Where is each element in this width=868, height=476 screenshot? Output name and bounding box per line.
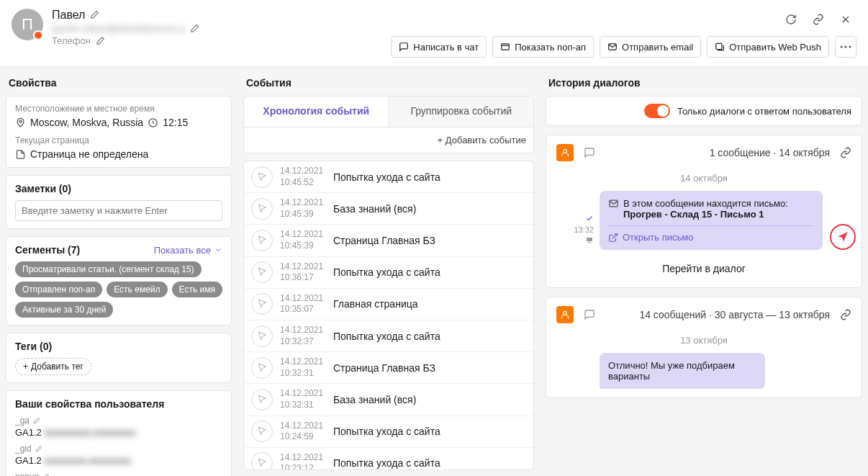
- event-title: Попытка ухода с сайта: [333, 266, 440, 278]
- user-prop-key: _ga: [15, 416, 222, 426]
- message-box: Отлично! Мы уже подбираем варианты: [600, 353, 765, 389]
- event-title: Главная страница: [333, 298, 418, 310]
- open-letter-button[interactable]: Открыть письмо: [608, 232, 814, 243]
- user-email: paveln.nakov@blackdiamond.ru: [52, 23, 185, 34]
- edit-email-icon[interactable]: [189, 24, 199, 34]
- message-title: Прогрев - Склад 15 - Письмо 1: [623, 209, 764, 220]
- go-to-dialog-button[interactable]: Перейти в диалог: [556, 263, 851, 274]
- send-webpush-label: Отправить Web Push: [729, 42, 821, 53]
- svg-point-5: [849, 46, 851, 48]
- svg-point-6: [19, 120, 22, 122]
- event-time: 14.12.202110:32:31: [280, 388, 326, 410]
- event-time: 14.12.202110:36:17: [280, 261, 326, 284]
- dialog-thread: 1 сообщение · 14 октября 14 октября 13:3…: [546, 135, 862, 288]
- segment-pill[interactable]: Есть емейл: [107, 282, 167, 297]
- segment-pill[interactable]: Отправлен поп-ап: [15, 282, 102, 297]
- send-email-label: Отправить email: [622, 42, 693, 53]
- user-prop-row: popup: [15, 472, 222, 476]
- event-row[interactable]: 14.12.202110:23:12Попытка ухода с сайта: [244, 448, 533, 470]
- location-label: Местоположение и местное время: [15, 104, 222, 114]
- cursor-icon: [251, 166, 273, 188]
- user-prop-val: GA1.2 xxxxxxxxx.xxxxxxxxx: [15, 455, 222, 466]
- refresh-icon[interactable]: [780, 9, 802, 30]
- event-title: Попытка ухода с сайта: [333, 331, 440, 342]
- dialog-date-divider: 13 октября: [556, 335, 851, 346]
- show-popup-button[interactable]: Показать поп-ап: [492, 36, 594, 58]
- edit-name-icon[interactable]: [89, 10, 99, 20]
- message-box: 13:32 В этом сообщении находится письмо:…: [600, 191, 823, 250]
- event-row[interactable]: 14.12.202110:32:37Попытка ухода с сайта: [244, 320, 533, 352]
- edit-icon[interactable]: [35, 445, 42, 453]
- event-row[interactable]: 14.12.202110:45:39Страница Главная БЗ: [244, 225, 533, 256]
- svg-rect-10: [588, 242, 591, 243]
- edit-phone-icon[interactable]: [95, 36, 105, 46]
- user-phone: Телефон: [52, 35, 91, 46]
- cursor-icon: [251, 357, 273, 379]
- pin-icon: [15, 117, 26, 128]
- event-row[interactable]: 14.12.202110:32:31База знаний (вся): [244, 384, 533, 416]
- segments-card: Сегменты (7) Показать все Просматривали …: [6, 236, 232, 325]
- event-row[interactable]: 14.12.202110:45:52Попытка ухода с сайта: [244, 161, 533, 193]
- dialogs-filter-row: Только диалоги с ответом пользователя: [546, 96, 862, 126]
- segments-show-all[interactable]: Показать все: [154, 245, 222, 256]
- user-prop-val: GA1.2 xxxxxxxxxx.xxxxxxxxx: [15, 427, 222, 438]
- cursor-icon: [251, 198, 273, 220]
- event-time: 14.12.202110:45:39: [280, 197, 326, 220]
- svg-point-3: [841, 46, 843, 48]
- location-card: Местоположение и местное время Moscow, M…: [6, 96, 232, 168]
- segment-pill[interactable]: Активные за 30 дней: [15, 302, 113, 318]
- more-icon[interactable]: [835, 36, 856, 58]
- cursor-icon: [251, 261, 273, 283]
- link-icon[interactable]: [808, 9, 829, 30]
- properties-column: Свойства Местоположение и местное время …: [0, 67, 238, 476]
- event-row[interactable]: 14.12.202110:24:59Попытка ухода с сайта: [244, 416, 533, 448]
- dialog-thread: 14 сообщений · 30 августа — 13 октября 1…: [546, 297, 862, 398]
- close-icon[interactable]: [835, 9, 856, 30]
- event-row[interactable]: 14.12.202110:35:07Главная страница: [244, 289, 533, 320]
- dialog-link-icon[interactable]: [840, 147, 851, 158]
- event-row[interactable]: 14.12.202110:32:31Страница Главная БЗ: [244, 352, 533, 384]
- message-send-icon: [830, 224, 856, 250]
- channel-icon: [556, 306, 574, 323]
- segment-pill[interactable]: Просматривали статьи. (сегмент склад 15): [15, 261, 202, 277]
- tab-timeline[interactable]: Хронология событий: [244, 96, 389, 127]
- send-email-button[interactable]: Отправить email: [600, 36, 701, 58]
- cursor-icon: [251, 389, 273, 410]
- add-tag-button[interactable]: + Добавить тег: [15, 358, 91, 375]
- event-time: 14.12.202110:45:39: [280, 229, 326, 251]
- write-chat-button[interactable]: Написать в чат: [391, 36, 487, 58]
- event-time: 14.12.202110:24:59: [280, 421, 326, 443]
- notes-input[interactable]: [15, 200, 222, 221]
- tab-group[interactable]: Группировка событий: [389, 96, 534, 127]
- events-tabs: Хронология событий Группировка событий: [243, 96, 534, 127]
- chat-type-icon: [581, 306, 598, 323]
- segment-pill[interactable]: Есть имя: [172, 282, 222, 297]
- cursor-icon: [251, 230, 273, 251]
- header-right: Написать в чат Показать поп-ап Отправить…: [391, 9, 856, 58]
- edit-icon[interactable]: [42, 473, 50, 477]
- notes-card: Заметки (0): [6, 175, 232, 229]
- event-title: Попытка ухода с сайта: [333, 171, 440, 183]
- avatar[interactable]: П: [12, 9, 43, 40]
- location-value: Moscow, Moskva, Russia: [30, 117, 143, 128]
- user-name: Павел: [52, 9, 85, 22]
- svg-point-8: [564, 149, 567, 153]
- add-event-bar: + Добавить событие: [243, 127, 534, 153]
- event-row[interactable]: 14.12.202110:45:39База знаний (вся): [244, 193, 533, 225]
- svg-rect-9: [587, 238, 592, 241]
- email-row: paveln.nakov@blackdiamond.ru: [52, 23, 199, 34]
- event-title: Страница Главная БЗ: [333, 235, 435, 246]
- show-popup-label: Показать поп-ап: [515, 42, 586, 53]
- event-row[interactable]: 14.12.202110:36:17Попытка ухода с сайта: [244, 257, 533, 289]
- user-props-title: Ваши свойства пользователя: [15, 398, 222, 410]
- edit-icon[interactable]: [32, 417, 40, 425]
- events-timeline[interactable]: 14.12.202110:45:52Попытка ухода с сайта1…: [243, 161, 534, 470]
- send-webpush-button[interactable]: Отправить Web Push: [707, 36, 829, 58]
- dialog-link-icon[interactable]: [840, 309, 851, 320]
- add-event-button[interactable]: + Добавить событие: [438, 135, 526, 145]
- header-left: П Павел paveln.nakov@blackdiamond.ru Тел…: [12, 9, 199, 46]
- dialogs-filter-toggle[interactable]: [644, 104, 670, 118]
- svg-point-4: [845, 46, 847, 48]
- dialogs-filter-label: Только диалоги с ответом пользователя: [677, 106, 851, 117]
- event-time: 14.12.202110:32:31: [280, 356, 326, 379]
